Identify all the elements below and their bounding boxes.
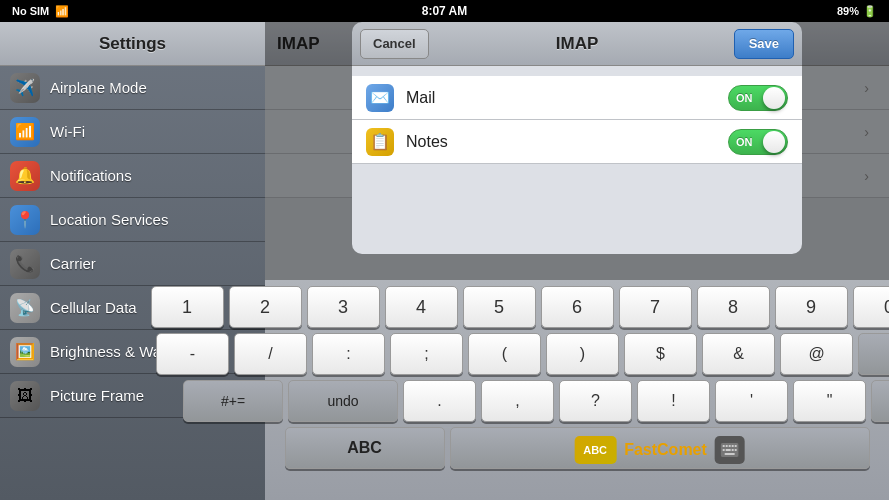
key-1[interactable]: 1 <box>151 286 224 328</box>
imap-spacer <box>352 164 802 244</box>
sidebar-header: Settings <box>0 22 265 66</box>
key-7[interactable]: 7 <box>619 286 692 328</box>
imap-row-mail: ✉️ Mail ON <box>352 76 802 120</box>
wifi-icon: 📶 <box>10 117 40 147</box>
sidebar-item-label: Airplane Mode <box>50 79 255 96</box>
key-exclaim[interactable]: ! <box>637 380 710 422</box>
key-dollar[interactable]: $ <box>624 333 697 375</box>
main-area: Settings ✈️ Airplane Mode 📶 Wi-Fi 🔔 Noti… <box>0 22 889 500</box>
svg-rect-5 <box>735 445 737 447</box>
sidebar-item-label: Location Services <box>50 211 255 228</box>
notifications-icon: 🔔 <box>10 161 40 191</box>
battery-icon: 🔋 <box>863 5 877 18</box>
location-icon: 📍 <box>10 205 40 235</box>
notes-row-icon: 📋 <box>366 128 394 156</box>
keyboard: 1 2 3 4 5 6 7 8 9 0 ⌫ - / : ; ( ) $ <box>265 280 889 500</box>
status-bar-left: No SIM 📶 <box>12 5 69 18</box>
key-question[interactable]: ? <box>559 380 632 422</box>
mail-toggle-label: ON <box>736 92 753 104</box>
battery-label: 89% <box>837 5 859 17</box>
content-area: IMAP › › › Cancel IMAP Save <box>265 22 889 500</box>
airplane-mode-icon: ✈️ <box>10 73 40 103</box>
cellular-icon: 📡 <box>10 293 40 323</box>
toggle-thumb <box>763 131 785 153</box>
key-slash[interactable]: / <box>234 333 307 375</box>
key-0[interactable]: 0 <box>853 286 890 328</box>
key-quote[interactable]: " <box>793 380 866 422</box>
sidebar-item-notifications[interactable]: 🔔 Notifications <box>0 154 265 198</box>
status-bar: No SIM 📶 8:07 AM 89% 🔋 <box>0 0 889 22</box>
svg-rect-6 <box>723 449 725 451</box>
mail-toggle[interactable]: ON <box>728 85 788 111</box>
hash-plus-equals-key-right[interactable]: #+= <box>871 380 889 422</box>
keyboard-row-symbols: - / : ; ( ) $ & @ return <box>269 333 885 375</box>
key-colon[interactable]: : <box>312 333 385 375</box>
key-comma[interactable]: , <box>481 380 554 422</box>
mail-row-icon: ✉️ <box>366 84 394 112</box>
carrier-icon: 📞 <box>10 249 40 279</box>
toggle-thumb <box>763 87 785 109</box>
key-semicolon[interactable]: ; <box>390 333 463 375</box>
key-dash[interactable]: - <box>156 333 229 375</box>
svg-rect-9 <box>735 449 737 451</box>
key-at[interactable]: @ <box>780 333 853 375</box>
keyboard-row-bottom: ABC ABC FastComet <box>269 427 885 469</box>
svg-rect-8 <box>732 449 734 451</box>
sidebar-item-label: Carrier <box>50 255 255 272</box>
key-5[interactable]: 5 <box>463 286 536 328</box>
cancel-button[interactable]: Cancel <box>360 29 429 59</box>
save-button[interactable]: Save <box>734 29 794 59</box>
notes-label: Notes <box>406 133 728 151</box>
picture-frame-icon: 🖼 <box>10 381 40 411</box>
keyboard-icon <box>715 436 745 464</box>
status-bar-time: 8:07 AM <box>422 4 468 18</box>
sidebar-item-airplane-mode[interactable]: ✈️ Airplane Mode <box>0 66 265 110</box>
imap-row-notes: 📋 Notes ON <box>352 120 802 164</box>
svg-rect-3 <box>729 445 731 447</box>
key-8[interactable]: 8 <box>697 286 770 328</box>
imap-modal-header: Cancel IMAP Save <box>352 22 802 66</box>
key-open-paren[interactable]: ( <box>468 333 541 375</box>
key-3[interactable]: 3 <box>307 286 380 328</box>
undo-key[interactable]: undo <box>288 380 398 422</box>
svg-rect-7 <box>726 449 731 451</box>
imap-modal: Cancel IMAP Save ✉️ Mail ON <box>352 22 802 254</box>
space-key[interactable]: ABC FastComet <box>450 427 870 469</box>
sidebar-item-location-services[interactable]: 📍 Location Services <box>0 198 265 242</box>
abc-key[interactable]: ABC <box>285 427 445 469</box>
sidebar-item-label: Wi-Fi <box>50 123 255 140</box>
svg-rect-10 <box>725 453 735 455</box>
sidebar-item-carrier[interactable]: 📞 Carrier <box>0 242 265 286</box>
sidebar-item-wifi[interactable]: 📶 Wi-Fi <box>0 110 265 154</box>
key-close-paren[interactable]: ) <box>546 333 619 375</box>
key-ampersand[interactable]: & <box>702 333 775 375</box>
svg-rect-2 <box>726 445 728 447</box>
imap-modal-title: IMAP <box>556 34 599 54</box>
sidebar-title: Settings <box>99 34 166 54</box>
status-bar-right: 89% 🔋 <box>837 5 877 18</box>
key-6[interactable]: 6 <box>541 286 614 328</box>
key-2[interactable]: 2 <box>229 286 302 328</box>
mail-label: Mail <box>406 89 728 107</box>
key-period[interactable]: . <box>403 380 476 422</box>
key-apostrophe[interactable]: ' <box>715 380 788 422</box>
hash-plus-equals-key-left[interactable]: #+= <box>183 380 283 422</box>
sidebar-item-cellular-data[interactable]: 📡 Cellular Data <box>0 286 265 330</box>
keyboard-row-special: #+= undo . , ? ! ' " #+= <box>269 380 885 422</box>
wifi-icon: 📶 <box>55 5 69 18</box>
svg-rect-4 <box>732 445 734 447</box>
sidebar-item-label: Notifications <box>50 167 255 184</box>
sidebar: Settings ✈️ Airplane Mode 📶 Wi-Fi 🔔 Noti… <box>0 22 265 500</box>
return-key[interactable]: return <box>858 333 889 375</box>
key-9[interactable]: 9 <box>775 286 848 328</box>
carrier-label: No SIM <box>12 5 49 17</box>
notes-toggle-label: ON <box>736 136 753 148</box>
imap-modal-body: ✉️ Mail ON 📋 Notes ON <box>352 66 802 254</box>
notes-toggle[interactable]: ON <box>728 129 788 155</box>
svg-rect-1 <box>723 445 725 447</box>
brightness-icon: 🖼️ <box>10 337 40 367</box>
abc-logo: ABC <box>574 436 616 464</box>
fastcomet-text: FastComet <box>624 441 707 459</box>
keyboard-row-numbers: 1 2 3 4 5 6 7 8 9 0 ⌫ <box>269 286 885 328</box>
key-4[interactable]: 4 <box>385 286 458 328</box>
